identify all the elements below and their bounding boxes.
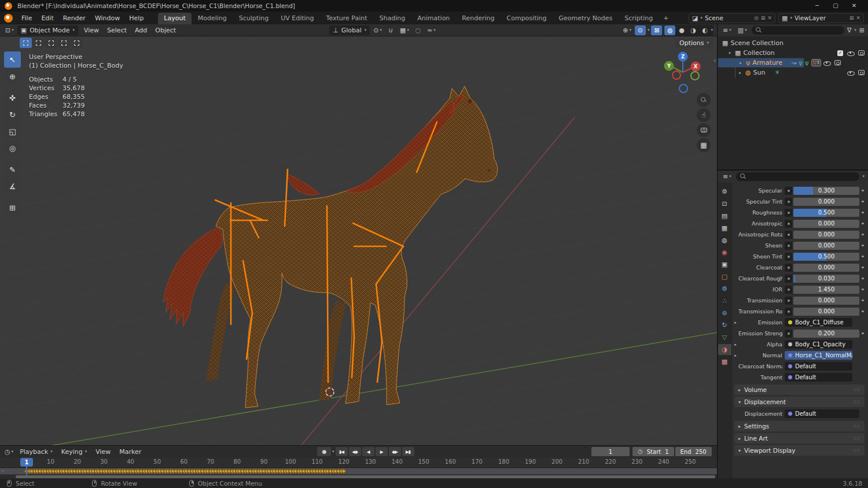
menu-help[interactable]: Help [124,13,148,23]
section-settings[interactable]: ▸ Settings ∷∷ [734,421,865,431]
anisotropic-rota-slider[interactable]: 0.000 [793,231,859,239]
minimize-button[interactable]: ─ [808,0,826,12]
properties-tab-world[interactable]: ◉ [718,247,731,258]
decorator-dot[interactable] [859,223,866,225]
viewport-menu-select[interactable]: Select [103,25,131,35]
timeline-ruler[interactable]: 1 10203040506070809010011012013014015016… [0,457,717,468]
add-workspace-button[interactable]: + [659,13,672,23]
select-mode-subtract[interactable] [45,38,57,48]
select-mode-invert[interactable] [58,38,70,48]
remove-view-layer-icon[interactable]: ✕ [856,15,860,21]
decorator-dot[interactable] [859,300,866,302]
jump-to-end-button[interactable]: ▶▮ [402,447,414,456]
scene-selector[interactable]: ◪ ▾ Scene ◎ ⊞ ✕ [689,13,775,23]
outliner-row-collection[interactable]: ▾ ▦ Collection ✓ [718,48,868,58]
viewport-menu-add[interactable]: Add [131,25,151,35]
animate-dot-button[interactable] [785,231,792,239]
unlink-scene-icon[interactable]: ✕ [767,15,772,21]
snapping-dropdown[interactable]: ▦ ▾ [398,25,411,35]
pivot-dropdown[interactable]: ⊙ ▾ [372,25,384,35]
properties-tab-render[interactable]: ⊡ [718,198,731,209]
outliner-search[interactable] [752,26,844,35]
specular-tint-slider[interactable]: 0.000 [793,198,859,206]
properties-tab-particles[interactable]: ∴ [718,295,731,306]
properties-tab-physics[interactable]: ⊚ [718,308,731,319]
tool-add-cube[interactable]: ⊞ [4,199,21,216]
tab-modeling[interactable]: Modeling [192,13,233,24]
select-mode-intersect[interactable] [71,38,83,48]
tool-move[interactable]: ✜ [4,90,21,106]
channel-expand-icon[interactable]: › [2,468,4,474]
tab-shading[interactable]: Shading [374,13,411,24]
animate-dot-button[interactable] [785,297,792,305]
decorator-dot[interactable] [859,278,866,280]
animate-dot-button[interactable] [785,198,792,206]
timeline-body[interactable]: 1 10203040506070809010011012013014015016… [0,457,717,478]
roughness-slider[interactable]: 0.500 [793,209,859,217]
animate-dot-button[interactable] [785,220,792,228]
editor-type-button[interactable]: ⊡ ▾ [3,25,16,35]
decorator-dot[interactable] [859,332,866,335]
specular-slider[interactable]: 0.300 [793,187,859,195]
prev-keyframe-button[interactable]: ◀◆ [349,447,361,456]
decorator-dot[interactable] [859,310,866,313]
tab-scripting[interactable]: Scripting [619,13,659,24]
maximize-button[interactable]: ▢ [826,0,845,12]
zoom-button[interactable] [697,93,711,107]
expand-icon[interactable]: ▸ [733,353,738,358]
display-mode-dropdown[interactable]: ▥ ▾ [736,25,749,35]
filter-icon[interactable]: ∇ [847,27,851,34]
tool-scale[interactable]: ◱ [4,123,21,139]
properties-editor-type-button[interactable]: ≡ ▾ [721,172,733,182]
end-frame-field[interactable]: End 250 [675,447,712,456]
select-mode-extend[interactable] [32,38,45,48]
disable-render-icon[interactable] [858,70,865,75]
properties-tab-view-layer[interactable]: ▦ [718,223,731,234]
pan-button[interactable]: ☝ [697,108,711,122]
blender-menu-icon[interactable] [4,14,13,23]
properties-tab-collection[interactable]: ▣ [718,259,731,270]
decorator-dot[interactable] [859,234,866,236]
transmission-slider[interactable]: 0.000 [793,297,859,305]
tool-select-box[interactable]: ↖ [4,51,21,68]
alpha-field[interactable]: Body_C1_Opacity [785,340,852,349]
clearcoat-slider[interactable]: 0.000 [793,264,859,272]
collection-checkbox[interactable]: ✓ [837,50,843,56]
tab-animation[interactable]: Animation [411,13,455,24]
decorator-dot[interactable] [859,245,866,247]
displacement-field[interactable]: Default [785,409,859,418]
properties-tab-output[interactable]: ▤ [718,210,731,221]
viewport-3d[interactable]: Options ▾ ↖⊕✜↻◱◎✎∡⊞ User Perspective (1)… [0,36,717,445]
animate-dot-button[interactable] [785,253,792,261]
disable-render-icon[interactable] [858,50,865,56]
properties-tab-tool[interactable]: ⚙ [718,186,731,197]
decorator-dot[interactable] [859,201,866,203]
hide-eye-icon[interactable] [847,70,854,76]
close-button[interactable]: ✕ [845,0,863,12]
tool-cursor[interactable]: ⊕ [4,68,21,84]
anisotropic-slider[interactable]: 0.000 [793,220,859,228]
shading-solid-button[interactable]: ● [676,25,687,35]
tab-uv-editing[interactable]: UV Editing [275,13,319,24]
new-collection-button[interactable]: ⊞ [859,27,865,34]
scrollbar-thumb[interactable] [16,475,715,478]
decorator-dot[interactable] [859,289,866,291]
show-gizmo-dropdown[interactable]: ⊕ ▾ [621,25,633,35]
tab-sculpting[interactable]: Sculpting [233,13,274,24]
decorator-dot[interactable] [859,190,866,192]
outliner-row-armature[interactable]: ▸ ψ Armature ↝ ψ ψ ▽3 [718,58,804,68]
sheen-tint-slider[interactable]: 0.500 [793,253,859,261]
expand-icon[interactable]: ▸ [733,342,738,347]
toggle-xray-button[interactable]: ⊠ [651,25,662,35]
timeline-scrollbar[interactable] [0,475,717,479]
animate-dot-button[interactable] [785,242,792,250]
expand-icon[interactable]: ▸ [737,71,743,75]
tab-texture-paint[interactable]: Texture Paint [321,13,373,24]
disable-render-icon[interactable] [834,60,841,65]
section-viewport-display[interactable]: ▾ Viewport Display ∷∷ [734,445,865,456]
tab-geometry-nodes[interactable]: Geometry Nodes [553,13,618,24]
shading-rendered-button[interactable]: ◐ [699,25,710,35]
tab-rendering[interactable]: Rendering [456,13,500,24]
timeline-editor-type-button[interactable]: ◷ ▾ [3,447,15,457]
decorator-dot[interactable] [859,267,866,269]
